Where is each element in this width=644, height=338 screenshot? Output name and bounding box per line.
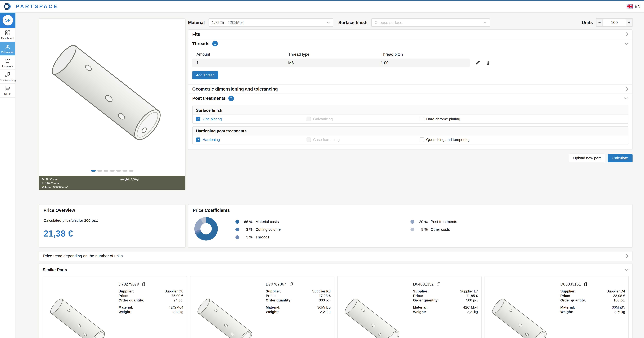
- carousel-dot[interactable]: [104, 170, 108, 171]
- weight-row: Weight:3,69kg: [560, 310, 625, 314]
- supplier-row: Supplier:Supplier O8: [118, 289, 183, 294]
- language-code: EN: [635, 4, 640, 9]
- chevron-down-icon: [624, 42, 628, 45]
- dashboard-icon: [5, 30, 10, 35]
- units-input[interactable]: [603, 18, 626, 27]
- surface-finish-select[interactable]: Choose surface: [371, 18, 490, 27]
- sidebar-item-inventory[interactable]: Inventory: [0, 56, 15, 70]
- price-row: Price:11,85 €: [413, 294, 478, 298]
- legend-item: 66 %Material costs: [236, 218, 281, 226]
- carousel-dots: [39, 170, 185, 171]
- hardening-group: Hardening post treatments Hardening Case…: [192, 126, 628, 145]
- edit-thread-button[interactable]: [476, 61, 480, 65]
- weight-row: Weight:2,80kg: [118, 310, 183, 314]
- carousel-dot[interactable]: [122, 170, 127, 171]
- part-thumbnail: [488, 289, 558, 338]
- order-quantity-row: Order quantity:300 pc.: [266, 298, 330, 303]
- post-treatments-body: Surface finish Zinc plating Galvanizing …: [188, 103, 632, 150]
- weight-row: Weight:2,21kg: [266, 310, 330, 314]
- checkbox-zinc-plating[interactable]: Zinc plating: [196, 117, 307, 121]
- section-post-treatments[interactable]: Post treatments 2: [188, 94, 632, 103]
- line-chart-icon: [5, 86, 10, 91]
- part-thumbnail: [46, 289, 116, 338]
- chevron-down-icon: [624, 97, 628, 100]
- uk-flag-icon: [627, 4, 633, 9]
- section-threads[interactable]: Threads 1: [188, 39, 632, 48]
- copy-icon[interactable]: [436, 282, 440, 286]
- chevron-down-icon: [326, 21, 330, 24]
- weight-row: Weight:2,21kg: [413, 310, 478, 314]
- copy-icon[interactable]: [289, 282, 293, 286]
- price-trend-row[interactable]: Price trend depending on the number of u…: [39, 251, 632, 261]
- price-row: Price:33,08 €: [560, 294, 625, 298]
- legend-item: 20 %Post treatments: [410, 218, 457, 226]
- checkbox-case-hardening: Case hardening: [306, 138, 420, 142]
- price-trend-title: Price trend depending on the number of u…: [43, 254, 123, 258]
- upload-new-part-button[interactable]: Upload new part: [569, 154, 605, 162]
- carousel-dot[interactable]: [91, 170, 96, 171]
- thread-pitch: 1.00: [381, 61, 474, 65]
- thread-row: 1 M8 1.00: [192, 58, 470, 67]
- price-caption: Calculated price/unit for 100 pc.:: [44, 218, 181, 223]
- top-bar: PARTSPACE EN: [0, 0, 644, 12]
- order-quantity-row: Order quantity:100 pc.: [560, 298, 625, 303]
- surface-finish-group: Surface finish Zinc plating Galvanizing …: [192, 106, 628, 124]
- units-decrement-button[interactable]: −: [596, 18, 603, 27]
- supplier-row: Supplier:Supplier L7: [413, 289, 478, 294]
- chevron-right-icon: [626, 87, 628, 91]
- carousel-dot[interactable]: [116, 170, 121, 171]
- part-number: D70787867: [266, 282, 286, 287]
- sidebar-item-dashboard[interactable]: Dashboard: [0, 28, 15, 42]
- material-row: Material:42CrMo4: [413, 305, 478, 310]
- part-number: D83333151: [560, 282, 581, 287]
- chevron-right-icon: [626, 254, 628, 258]
- similar-part-card[interactable]: D70787867 Supplier:Supplier K8 Price:17,…: [190, 276, 334, 338]
- copy-icon[interactable]: [584, 282, 588, 286]
- checkbox-hardening[interactable]: Hardening: [196, 138, 307, 142]
- sidebar-item-first-awarding[interactable]: First Awarding: [0, 70, 15, 84]
- supplier-row: Supplier:Supplier D4: [560, 289, 625, 294]
- threads-count-badge: 1: [212, 41, 218, 46]
- sidebar-item-calculation[interactable]: Calculation: [0, 42, 15, 56]
- pencil-icon: [476, 61, 480, 65]
- price-coefficients-card: Price Coefficients 66 %Material costs 3 …: [188, 204, 632, 248]
- material-select[interactable]: 1.7225 - 42CrMo4: [208, 18, 333, 27]
- section-gdt[interactable]: Geometric dimensioning and tolerancing: [188, 84, 632, 94]
- legend-dot: [410, 220, 414, 224]
- section-fits[interactable]: Fits: [188, 30, 632, 39]
- calculate-button[interactable]: Calculate: [608, 154, 632, 162]
- add-thread-button[interactable]: Add Thread: [192, 71, 218, 79]
- chevron-down-icon: [625, 269, 629, 271]
- material-row: Material:30MnB5: [560, 305, 625, 310]
- delete-thread-button[interactable]: [486, 61, 490, 65]
- price-coefficients-title: Price Coefficients: [193, 208, 628, 213]
- part-3d-render[interactable]: [43, 25, 183, 163]
- checkbox-quenching-tempering[interactable]: Quenching and tempering: [420, 138, 625, 142]
- part-number: D64631332: [413, 282, 434, 287]
- copy-icon[interactable]: [142, 282, 146, 286]
- legend-item: 3 %Cutting volume: [236, 226, 281, 233]
- donut-chart: [194, 217, 218, 240]
- part-viewer: D: 49,96 mm L: 198,00 mm Volume: 366305m…: [39, 18, 186, 190]
- similar-parts-title: Similar Parts: [43, 268, 67, 272]
- stat-weight: Weight: 2,88kg: [120, 177, 138, 181]
- checkbox-icon: [196, 138, 200, 142]
- legend-dot: [410, 228, 414, 231]
- box-icon: [5, 58, 10, 63]
- sidebar-item-nlpp[interactable]: NLPP: [0, 84, 15, 98]
- checkbox-hard-chrome-plating[interactable]: Hard chrome plating: [420, 117, 625, 121]
- carousel-dot[interactable]: [110, 170, 115, 171]
- units-increment-button[interactable]: +: [626, 18, 632, 27]
- language-selector[interactable]: EN: [627, 4, 640, 9]
- similar-part-card[interactable]: D64631332 Supplier:Supplier L7 Price:11,…: [337, 276, 482, 338]
- avatar[interactable]: SP: [0, 12, 16, 28]
- carousel-dot[interactable]: [97, 170, 102, 171]
- group-title: Hardening post treatments: [193, 127, 628, 136]
- similar-part-card[interactable]: D73279879 Supplier:Supplier O8 Price:35,…: [43, 276, 187, 338]
- stat-length: L: 198,00 mm: [42, 181, 120, 185]
- similar-parts-grid: D73279879 Supplier:Supplier O8 Price:35,…: [43, 276, 629, 338]
- carousel-dot[interactable]: [129, 170, 134, 171]
- post-treatments-count-badge: 2: [228, 96, 234, 101]
- surface-placeholder: Choose surface: [374, 20, 402, 25]
- similar-part-card[interactable]: D83333151 Supplier:Supplier D4 Price:33,…: [484, 276, 629, 338]
